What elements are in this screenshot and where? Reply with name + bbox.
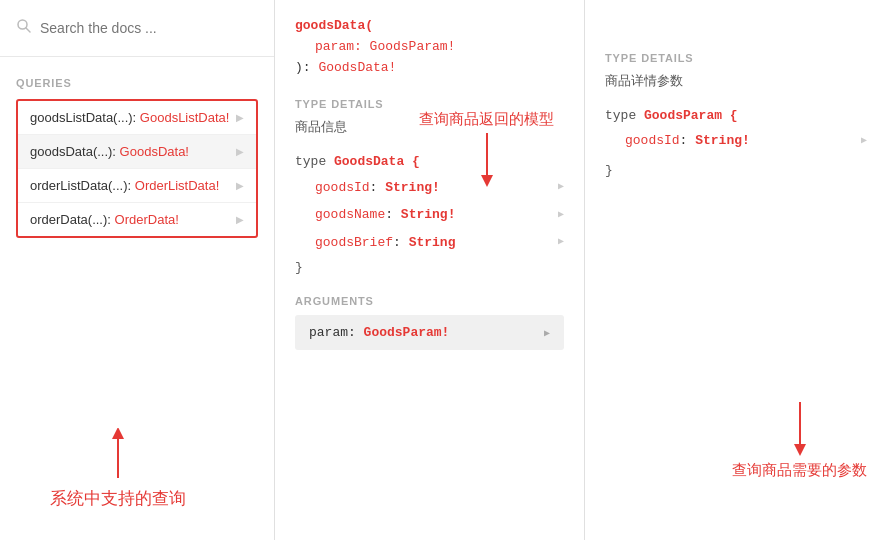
right-type-block: type GoodsParam { goodsId: String! ▶ } <box>605 104 867 182</box>
middle-annotation-text: 查询商品返回的模型 <box>419 110 554 129</box>
left-annotation: 系统中支持的查询 <box>50 428 186 510</box>
right-annotation: 查询商品需要的参数 <box>732 402 867 480</box>
queries-section: QUERIES goodsListData(...): GoodsListDat… <box>0 57 274 540</box>
middle-arrow-icon <box>467 133 507 188</box>
right-annotation-text: 查询商品需要的参数 <box>732 461 867 480</box>
field-goodsid-right[interactable]: goodsId: String! ▶ <box>605 127 867 154</box>
right-type-desc: 商品详情参数 <box>605 72 867 90</box>
search-icon <box>16 18 32 38</box>
query-item-goodsdata[interactable]: goodsData(...): GoodsData! ▶ <box>18 135 256 169</box>
arguments-section: ARGUMENTS param: GoodsParam! ▶ <box>295 295 564 350</box>
middle-annotation: 查询商品返回的模型 <box>419 110 554 188</box>
middle-panel: goodsData( param: GoodsParam! ): GoodsDa… <box>275 0 585 540</box>
svg-line-1 <box>26 28 30 32</box>
left-arrow-icon <box>103 428 133 483</box>
arguments-label: ARGUMENTS <box>295 295 564 307</box>
query-item-orderlistdata[interactable]: orderListData(...): OrderListData! ▶ <box>18 169 256 203</box>
left-annotation-text: 系统中支持的查询 <box>50 487 186 510</box>
right-arrow-icon <box>780 402 820 457</box>
middle-type-details-label: TYPE DETAILS <box>295 98 564 110</box>
left-panel: QUERIES goodsListData(...): GoodsListDat… <box>0 0 275 540</box>
chevron-icon-1: ▶ <box>236 146 244 157</box>
chevron-icon-3: ▶ <box>236 214 244 225</box>
query-item-orderdata[interactable]: orderData(...): OrderData! ▶ <box>18 203 256 236</box>
right-panel: TYPE DETAILS 商品详情参数 type GoodsParam { go… <box>585 0 887 540</box>
queries-box: goodsListData(...): GoodsListData! ▶ goo… <box>16 99 258 238</box>
search-bar[interactable] <box>0 0 274 57</box>
chevron-icon-2: ▶ <box>236 180 244 191</box>
query-item-goodslistdata[interactable]: goodsListData(...): GoodsListData! ▶ <box>18 101 256 135</box>
queries-label: QUERIES <box>16 77 258 89</box>
right-type-details-label: TYPE DETAILS <box>605 52 867 64</box>
field-goodsname-mid[interactable]: goodsName: String! ▶ <box>295 201 564 228</box>
field-goodsbrief-mid[interactable]: goodsBrief: String ▶ <box>295 229 564 256</box>
search-input[interactable] <box>40 20 258 36</box>
chevron-icon-0: ▶ <box>236 112 244 123</box>
code-block: goodsData( param: GoodsParam! ): GoodsDa… <box>295 16 564 78</box>
arg-row-param[interactable]: param: GoodsParam! ▶ <box>295 315 564 350</box>
